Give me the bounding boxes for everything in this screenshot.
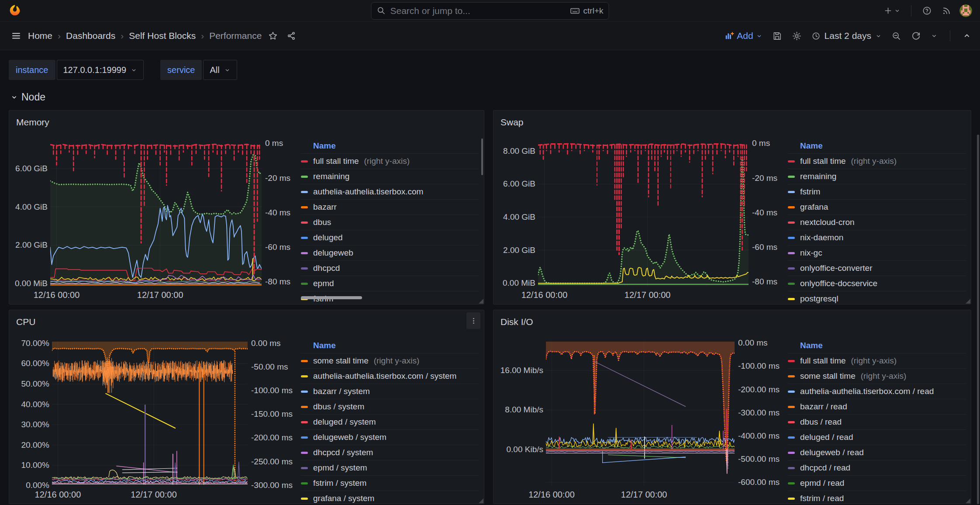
- add-button[interactable]: Add: [725, 31, 762, 41]
- keyboard-shortcut: ctrl+k: [570, 6, 604, 16]
- star-icon[interactable]: [266, 29, 280, 43]
- panel-resize-handle[interactable]: [966, 498, 970, 503]
- chart-plot-area[interactable]: [546, 342, 735, 486]
- legend-series-label: bazarr / read: [800, 402, 847, 412]
- variable-value-dropdown-service[interactable]: All: [203, 60, 237, 80]
- legend-header-name[interactable]: Name: [313, 341, 336, 350]
- panel-title[interactable]: Memory: [16, 117, 49, 128]
- panel-disk-i-o: Disk I/O16.00 Mib/s8.00 Mib/s0.00 Kib/s1…: [493, 310, 971, 504]
- legend-item[interactable]: dhcpcd / system: [301, 445, 479, 460]
- legend-item[interactable]: fstrim / read: [788, 491, 966, 504]
- legend-item[interactable]: onlyoffice-docservice: [788, 276, 966, 291]
- panel-title[interactable]: Swap: [500, 117, 524, 128]
- legend-item[interactable]: nextcloud-cron: [788, 215, 966, 230]
- legend-item[interactable]: full stall time (right y-axis): [788, 154, 966, 169]
- legend-item[interactable]: dbus: [301, 215, 479, 230]
- legend-item[interactable]: grafana: [788, 200, 966, 215]
- legend-item[interactable]: nix-gc: [788, 246, 966, 261]
- breadcrumb-item-self-host-blocks[interactable]: Self Host Blocks: [129, 31, 196, 41]
- legend-item[interactable]: bazarr / system: [301, 384, 479, 399]
- chart-plot-area[interactable]: [52, 342, 248, 486]
- row-node-header[interactable]: Node: [10, 91, 971, 103]
- help-button[interactable]: [920, 4, 934, 17]
- panel-title[interactable]: CPU: [16, 317, 35, 327]
- time-range-picker[interactable]: Last 2 days: [811, 31, 882, 41]
- y-axis-tick-label: 0.00 Kib/s: [507, 445, 544, 454]
- legend-series-label: grafana: [800, 202, 828, 212]
- y-axis-tick-label: -20 ms: [752, 173, 777, 183]
- search-input[interactable]: Search or jump to... ctrl+k: [371, 2, 609, 20]
- legend-item[interactable]: authelia-authelia.tiserbox.com: [301, 184, 479, 200]
- legend-item[interactable]: remaining: [788, 169, 966, 184]
- y-axis-tick-label: 40.00%: [21, 400, 49, 409]
- panel-resize-handle[interactable]: [966, 299, 970, 304]
- chart-canvas[interactable]: [546, 342, 735, 486]
- legend-scrollbar-horizontal[interactable]: [301, 296, 362, 299]
- chart-canvas[interactable]: [538, 142, 749, 286]
- breadcrumb-separator: ›: [201, 31, 204, 41]
- legend-item[interactable]: delugeweb / system: [301, 430, 479, 445]
- refresh-button[interactable]: [911, 31, 921, 41]
- legend-item[interactable]: fstrim / system: [301, 476, 479, 491]
- breadcrumb-item-home[interactable]: Home: [28, 31, 52, 41]
- settings-gear-icon[interactable]: [792, 31, 802, 41]
- legend-item[interactable]: dhcpcd: [301, 261, 479, 276]
- menu-icon[interactable]: [9, 28, 24, 43]
- legend-item[interactable]: deluged / system: [301, 415, 479, 430]
- legend-series-label: nix-gc: [800, 248, 822, 258]
- legend-series-label: fstrim / read: [800, 494, 844, 503]
- legend-item[interactable]: remaining: [301, 169, 479, 184]
- legend-item[interactable]: bazarr: [301, 200, 479, 215]
- clock-icon: [811, 31, 821, 41]
- template-variables: instance127.0.0.1:19999serviceAll: [9, 60, 971, 80]
- legend-item[interactable]: bazarr / read: [788, 399, 966, 415]
- refresh-interval-chevron-icon[interactable]: [931, 32, 938, 39]
- new-button[interactable]: [882, 4, 902, 17]
- legend-item[interactable]: full stall time (right y-axis): [788, 353, 966, 369]
- legend-item[interactable]: epmd / system: [301, 460, 479, 476]
- legend-scrollbar-vertical[interactable]: [481, 138, 483, 175]
- breadcrumb-item-dashboards[interactable]: Dashboards: [66, 31, 115, 41]
- legend-header-name[interactable]: Name: [313, 141, 336, 151]
- zoom-out-button[interactable]: [891, 31, 901, 41]
- legend-item[interactable]: some stall time (right y-axis): [301, 353, 479, 369]
- save-button[interactable]: [772, 31, 782, 41]
- legend-item[interactable]: authelia-authelia.tiserbox.com / read: [788, 384, 966, 399]
- panel-menu-kebab-icon[interactable]: [466, 312, 480, 329]
- legend-item[interactable]: nix-daemon: [788, 230, 966, 246]
- legend-item[interactable]: dbus / read: [788, 415, 966, 430]
- grafana-logo-icon[interactable]: [8, 4, 22, 18]
- legend-item[interactable]: authelia-authelia.tiserbox.com / system: [301, 369, 479, 384]
- legend-item[interactable]: fstrim: [788, 184, 966, 200]
- legend-item[interactable]: deluged / read: [788, 430, 966, 445]
- chart-plot-area[interactable]: [538, 142, 749, 286]
- variable-value-dropdown-instance[interactable]: 127.0.0.1:19999: [57, 60, 144, 80]
- legend-item[interactable]: epmd / read: [788, 476, 966, 491]
- legend-item[interactable]: onlyoffice-converter: [788, 261, 966, 276]
- share-icon[interactable]: [284, 29, 298, 43]
- legend-item[interactable]: dbus / system: [301, 399, 479, 415]
- x-axis-tick-label: 12/16 00:00: [34, 290, 80, 300]
- legend-item[interactable]: dhcpcd / read: [788, 460, 966, 476]
- legend-item[interactable]: grafana / system: [301, 491, 479, 504]
- chart-canvas[interactable]: [50, 142, 262, 286]
- chart-plot-area[interactable]: [50, 142, 262, 286]
- legend-series-label: dhcpcd / read: [800, 463, 850, 473]
- legend-header-name[interactable]: Name: [800, 141, 823, 151]
- legend-item[interactable]: delugeweb / read: [788, 445, 966, 460]
- panel-resize-handle[interactable]: [479, 299, 483, 304]
- legend-item[interactable]: delugeweb: [301, 246, 479, 261]
- legend-item[interactable]: deluged: [301, 230, 479, 246]
- legend-item[interactable]: epmd: [301, 276, 479, 291]
- news-rss-button[interactable]: [940, 4, 953, 17]
- avatar[interactable]: [959, 4, 972, 17]
- panel-title[interactable]: Disk I/O: [500, 317, 533, 327]
- panel-resize-handle[interactable]: [479, 498, 483, 503]
- legend-item[interactable]: full stall time (right y-axis): [301, 154, 479, 169]
- collapse-toolbar-caret-icon[interactable]: [963, 31, 971, 40]
- legend-item[interactable]: some stall time (right y-axis): [788, 369, 966, 384]
- page-scrollbar[interactable]: [977, 135, 979, 504]
- chart-canvas[interactable]: [52, 342, 248, 486]
- legend-item[interactable]: postgresql: [788, 291, 966, 304]
- legend-header-name[interactable]: Name: [800, 341, 823, 350]
